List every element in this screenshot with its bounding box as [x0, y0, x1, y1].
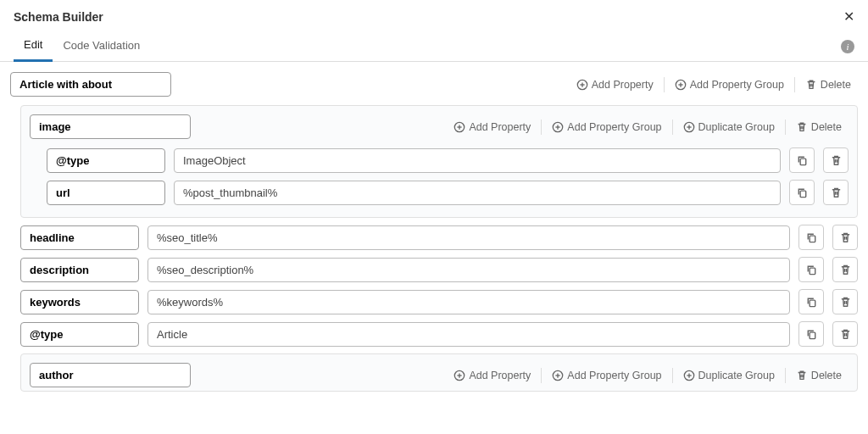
property-value-input[interactable] [147, 225, 790, 250]
property-row [20, 257, 858, 282]
add-property-button[interactable]: Add Property [447, 118, 537, 136]
group-name-input[interactable] [30, 363, 191, 387]
property-value-input[interactable] [174, 148, 781, 173]
delete-label: Delete [821, 79, 851, 91]
property-key-input[interactable] [20, 258, 139, 282]
trash-icon [839, 231, 852, 244]
property-value-input[interactable] [147, 290, 790, 314]
copy-button[interactable] [798, 321, 824, 347]
property-key-input[interactable] [47, 181, 165, 205]
copy-button[interactable] [798, 225, 824, 250]
property-key-input[interactable] [47, 148, 165, 173]
delete-button[interactable] [832, 225, 858, 250]
separator [794, 77, 795, 92]
delete-schema-button[interactable]: Delete [798, 75, 858, 94]
property-row [47, 180, 849, 205]
property-group: Add Property Add Property Group Duplicat… [20, 353, 858, 392]
delete-group-button[interactable]: Delete [789, 366, 849, 385]
delete-group-button[interactable]: Delete [789, 118, 849, 136]
delete-button[interactable] [823, 180, 849, 205]
info-icon[interactable]: i [841, 40, 854, 53]
property-row [47, 147, 849, 173]
add-property-group-label: Add Property Group [690, 79, 784, 91]
property-key-input[interactable] [20, 322, 139, 347]
copy-button[interactable] [789, 180, 815, 205]
copy-button[interactable] [789, 147, 815, 173]
property-group: Add Property Add Property Group Duplicat… [20, 105, 858, 218]
delete-button[interactable] [823, 147, 849, 173]
property-value-input[interactable] [174, 181, 781, 205]
add-property-group-button[interactable]: Add Property Group [545, 118, 668, 136]
add-property-group-button[interactable]: Add Property Group [668, 75, 791, 94]
copy-icon [796, 154, 809, 167]
trash-icon [839, 328, 852, 341]
copy-icon [805, 296, 818, 309]
trash-icon [839, 264, 852, 276]
copy-button[interactable] [798, 257, 824, 282]
duplicate-group-button[interactable]: Duplicate Group [676, 118, 782, 136]
separator [664, 77, 665, 92]
add-property-button[interactable]: Add Property [570, 75, 660, 94]
copy-button[interactable] [798, 289, 824, 314]
delete-button[interactable] [832, 257, 858, 282]
property-value-input[interactable] [147, 258, 790, 282]
property-row [20, 225, 858, 250]
property-key-input[interactable] [20, 290, 139, 314]
group-name-input[interactable] [30, 114, 191, 139]
tab-code-validation[interactable]: Code Validation [53, 32, 150, 60]
close-icon[interactable]: ✕ [843, 8, 854, 25]
copy-icon [805, 328, 818, 341]
delete-button[interactable] [832, 289, 858, 314]
property-value-input[interactable] [147, 322, 790, 347]
property-row [20, 289, 858, 314]
copy-icon [805, 231, 818, 244]
schema-name-input[interactable] [10, 72, 171, 97]
property-key-input[interactable] [20, 225, 139, 250]
trash-icon [830, 154, 843, 167]
page-title: Schema Builder [14, 10, 103, 24]
duplicate-group-button[interactable]: Duplicate Group [676, 366, 782, 385]
copy-icon [805, 264, 818, 276]
delete-button[interactable] [832, 321, 858, 347]
trash-icon [839, 296, 852, 309]
add-property-label: Add Property [592, 79, 654, 91]
property-row [20, 321, 858, 347]
copy-icon [796, 186, 809, 199]
tab-edit[interactable]: Edit [14, 31, 53, 62]
add-property-button[interactable]: Add Property [447, 366, 537, 385]
add-property-group-button[interactable]: Add Property Group [545, 366, 668, 385]
trash-icon [830, 186, 843, 199]
